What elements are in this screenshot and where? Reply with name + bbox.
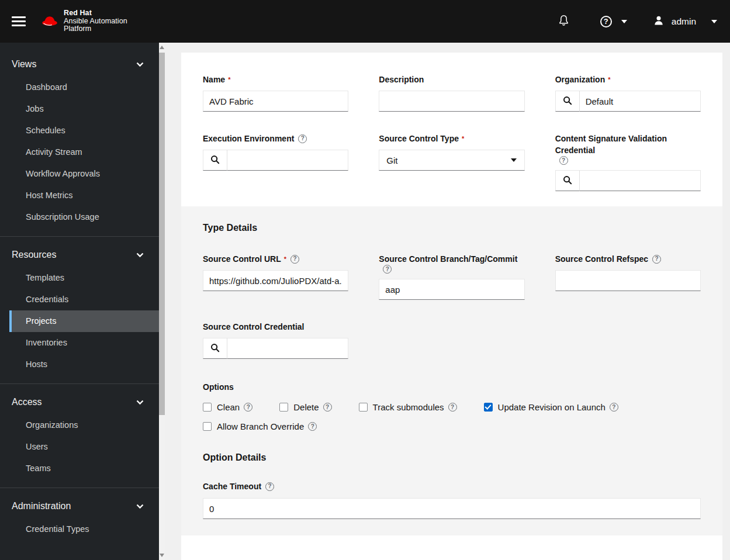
help-icon[interactable]: ? <box>383 265 392 274</box>
track-submodules-checkbox[interactable] <box>359 403 368 412</box>
sidebar-item-jobs[interactable]: Jobs <box>0 98 159 120</box>
sidebar-item-users[interactable]: Users <box>0 436 159 458</box>
search-icon <box>563 96 572 107</box>
bell-icon <box>558 14 570 29</box>
help-icon[interactable]: ? <box>559 156 568 165</box>
field-cache-timeout: Cache Timeout ? <box>203 481 701 519</box>
scroll-up-arrow-icon[interactable] <box>160 46 164 49</box>
content-signature-credential-input[interactable] <box>579 170 701 191</box>
sidebar-scrollbar[interactable] <box>159 43 165 560</box>
sidebar-group-resources: Resources Templates Credentials Projects… <box>0 236 159 383</box>
sidebar-group-header-access[interactable]: Access <box>0 391 159 414</box>
label-text: Name <box>203 74 225 85</box>
name-input[interactable] <box>203 91 348 112</box>
username-label: admin <box>672 16 696 27</box>
organization-input[interactable] <box>579 91 701 112</box>
brand-logo[interactable]: Red Hat Ansible Automation Platform <box>41 9 127 33</box>
scm-url-input[interactable] <box>203 270 348 291</box>
navbar-actions: ? admin <box>558 14 717 29</box>
scroll-down-arrow-icon[interactable] <box>160 554 164 557</box>
delete-checkbox[interactable] <box>279 403 288 412</box>
sidebar-item-credential-types[interactable]: Credential Types <box>0 518 159 540</box>
scm-branch-input[interactable] <box>379 279 524 300</box>
help-icon[interactable]: ? <box>298 134 307 143</box>
organization-search-button[interactable] <box>555 91 579 112</box>
sidebar-item-schedules[interactable]: Schedules <box>0 120 159 141</box>
scm-credential-search-button[interactable] <box>203 338 227 359</box>
help-icon[interactable]: ? <box>323 403 332 412</box>
search-icon <box>210 155 220 166</box>
source-control-type-label: Source Control Type * <box>379 133 524 144</box>
sidebar: Views Dashboard Jobs Schedules Activity … <box>0 43 159 560</box>
name-label: Name * <box>203 74 348 85</box>
field-organization: Organization * <box>555 74 701 112</box>
help-icon[interactable]: ? <box>290 255 299 264</box>
option-allow-branch-override[interactable]: Allow Branch Override ? <box>203 421 317 431</box>
sidebar-item-activity-stream[interactable]: Activity Stream <box>0 141 159 163</box>
label-text: Source Control Type <box>379 133 459 144</box>
group-label: Views <box>12 59 36 70</box>
option-label: Clean <box>217 402 240 412</box>
chevron-down-icon <box>136 59 144 70</box>
group-label: Resources <box>12 250 56 260</box>
sidebar-item-organizations[interactable]: Organizations <box>0 414 159 436</box>
notifications-button[interactable] <box>558 14 570 29</box>
user-menu[interactable]: admin <box>653 15 717 28</box>
execution-environment-search-button[interactable] <box>203 150 227 171</box>
menu-icon[interactable] <box>12 14 26 29</box>
allow-branch-override-checkbox[interactable] <box>203 422 212 431</box>
option-delete[interactable]: Delete ? <box>279 402 331 412</box>
sidebar-item-templates[interactable]: Templates <box>0 267 159 289</box>
help-icon[interactable]: ? <box>652 255 661 264</box>
group-label: Administration <box>12 501 71 511</box>
option-track-submodules[interactable]: Track submodules ? <box>359 402 457 412</box>
redhat-hat-icon <box>41 14 58 29</box>
scm-url-label: Source Control URL * ? <box>203 253 348 265</box>
sidebar-item-subscription-usage[interactable]: Subscription Usage <box>0 206 159 228</box>
brand-line1: Red Hat <box>64 9 127 18</box>
cache-timeout-input[interactable] <box>203 498 701 519</box>
field-description: Description <box>379 74 524 112</box>
label-text: Execution Environment <box>203 133 294 144</box>
sidebar-item-workflow-approvals[interactable]: Workflow Approvals <box>0 163 159 185</box>
field-scm-refspec: Source Control Refspec ? <box>555 253 701 300</box>
sidebar-group-header-resources[interactable]: Resources <box>0 244 159 267</box>
sidebar-item-hosts[interactable]: Hosts <box>0 354 159 375</box>
option-update-revision-on-launch[interactable]: Update Revision on Launch ? <box>484 402 618 412</box>
brand-text: Red Hat Ansible Automation Platform <box>64 9 127 33</box>
help-icon[interactable]: ? <box>448 403 457 412</box>
content-signature-credential-search-button[interactable] <box>555 170 579 191</box>
scrollbar-thumb[interactable] <box>159 53 165 415</box>
update-revision-checkbox[interactable] <box>484 403 493 412</box>
sidebar-item-dashboard[interactable]: Dashboard <box>0 77 159 98</box>
help-icon[interactable]: ? <box>265 482 274 491</box>
help-icon[interactable]: ? <box>308 422 317 431</box>
sidebar-item-credentials[interactable]: Credentials <box>0 289 159 310</box>
field-scm-url: Source Control URL * ? <box>203 253 348 300</box>
sidebar-group-header-administration[interactable]: Administration <box>0 495 159 518</box>
field-name: Name * <box>203 74 348 112</box>
search-icon <box>563 175 572 186</box>
scm-refspec-input[interactable] <box>555 270 701 291</box>
chevron-down-icon <box>621 20 627 23</box>
options-row-1: Clean ? Delete ? Track submodules ? Upda… <box>203 402 701 412</box>
scm-credential-input[interactable] <box>227 338 348 359</box>
source-control-type-select[interactable]: Git <box>379 150 524 171</box>
sidebar-item-inventories[interactable]: Inventories <box>0 332 159 354</box>
scm-branch-label: Source Control Branch/Tag/Commit ? <box>379 253 524 274</box>
help-icon[interactable]: ? <box>610 403 618 412</box>
help-menu[interactable]: ? <box>600 16 627 27</box>
clean-checkbox[interactable] <box>203 403 212 412</box>
sidebar-group-header-views[interactable]: Views <box>0 53 159 77</box>
sidebar-item-teams[interactable]: Teams <box>0 458 159 479</box>
sidebar-item-projects[interactable]: Projects <box>9 310 159 332</box>
option-label: Update Revision on Launch <box>498 402 606 412</box>
description-input[interactable] <box>379 91 524 112</box>
field-content-signature-credential: Content Signature Validation Credential … <box>555 133 701 191</box>
sidebar-item-host-metrics[interactable]: Host Metrics <box>0 185 159 206</box>
execution-environment-input[interactable] <box>227 150 348 171</box>
option-clean[interactable]: Clean ? <box>203 402 252 412</box>
field-source-control-type: Source Control Type * Git <box>379 133 524 191</box>
help-icon[interactable]: ? <box>244 403 252 412</box>
options-row-2: Allow Branch Override ? <box>203 421 701 431</box>
